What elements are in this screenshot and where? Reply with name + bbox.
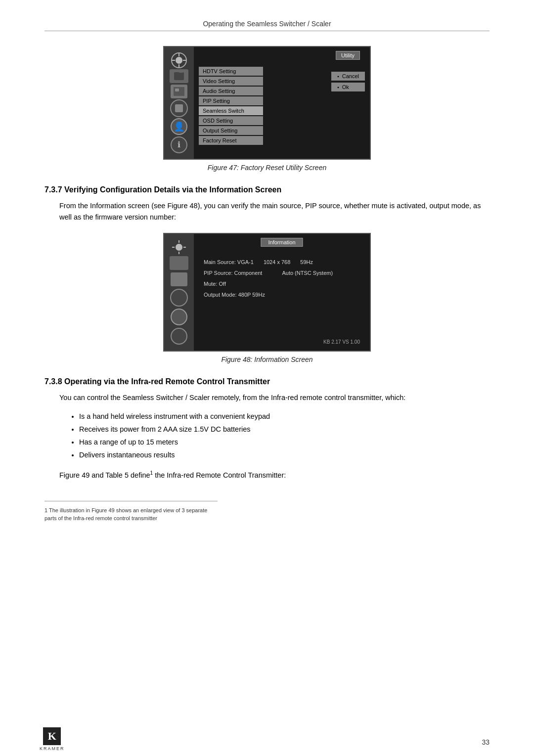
menu-item-hdtv[interactable]: HDTV Setting (199, 67, 263, 76)
bullet-item-3: Has a range of up to 15 meters (79, 436, 490, 448)
header-text: Operating the Seamless Switcher / Scaler (203, 20, 331, 28)
figure-ref-label: Figure 49 and Table 5 define (59, 471, 150, 479)
footnote-number: 1 (44, 507, 47, 513)
footnote-body: The illustration in Figure 49 shows an e… (44, 507, 207, 522)
section-738-body: You can control the Seamless Switcher / … (44, 392, 490, 403)
info-row-3: Mute: Off (204, 278, 360, 289)
section-737-title: Verifying Configuration Details via the … (64, 185, 281, 194)
menu-item-audio[interactable]: Audio Setting (199, 87, 263, 95)
footnote-area: 1 The illustration in Figure 49 shows an… (44, 501, 218, 523)
info-sidebar-icon-2 (170, 256, 188, 270)
menu-item-video[interactable]: Video Setting (199, 77, 263, 86)
sidebar-icon-person: 👤 (171, 118, 187, 135)
section-738-heading: 7.3.8 Operating via the Infra-red Remote… (44, 377, 490, 386)
info-content: Main Source: VGA-1 1024 x 768 59Hz PIP S… (199, 257, 365, 300)
section-737-number: 7.3.7 (44, 185, 62, 194)
section-738-number: 7.3.8 (44, 377, 62, 386)
sidebar-icon-sun (171, 52, 187, 68)
figure-47-caption: Figure 47: Factory Reset Utility Screen (208, 164, 326, 172)
section-738-title: Operating via the Infra-red Remote Contr… (64, 377, 270, 386)
bullet-item-2: Receives its power from 2 AAA size 1.5V … (79, 423, 490, 436)
info-output-mode: Output Mode: 480P 59Hz (204, 289, 265, 300)
figure-ref-text: Figure 49 and Table 5 define1 the Infra-… (44, 469, 490, 481)
info-main-source: Main Source: VGA-1 (204, 257, 254, 267)
menu-item-output[interactable]: Output Setting (199, 126, 263, 135)
sidebar-icon-settings (170, 99, 188, 117)
kramer-logo-box: K (43, 727, 61, 745)
info-resolution: 1024 x 768 (264, 257, 290, 267)
section-737-body: From the Information screen (see Figure … (44, 200, 490, 223)
info-pip-value: Auto (NTSC System) (282, 267, 333, 278)
info-row-2: PIP Source: Component Auto (NTSC System) (204, 267, 360, 278)
info-version: KB 2.17 VS 1.00 (323, 339, 360, 345)
menu-item-pip[interactable]: PIP Setting (199, 96, 263, 105)
kramer-brand-text: KRAMER (40, 746, 65, 751)
info-screen-main: Information Main Source: VGA-1 1024 x 76… (194, 234, 370, 351)
kramer-k-symbol: K (48, 730, 56, 743)
sidebar-icon-camera (170, 69, 188, 83)
info-hz-1: 59Hz (300, 257, 313, 267)
figure-48-container: Information Main Source: VGA-1 1024 x 76… (44, 233, 490, 363)
screen-sidebar: 👤 ℹ (164, 47, 194, 159)
submenu-cancel[interactable]: Cancel (331, 72, 365, 81)
info-pip-source: PIP Source: Component (204, 267, 262, 278)
bullet-item-1: Is a hand held wireless instrument with … (79, 410, 490, 423)
footnote-text: 1 The illustration in Figure 49 shows an… (44, 506, 218, 523)
section-737-heading: 7.3.7 Verifying Configuration Details vi… (44, 185, 490, 194)
page-number: 33 (482, 738, 490, 746)
info-sidebar-icon-3 (171, 272, 187, 286)
submenu-ok[interactable]: Ok (331, 83, 365, 91)
screen-main: Utility HDTV Setting Video Setting Audio… (194, 47, 370, 159)
bullet-list: Is a hand held wireless instrument with … (44, 410, 490, 461)
info-sidebar-icon-5 (171, 309, 187, 325)
menu-item-osd[interactable]: OSD Setting (199, 116, 263, 125)
page-header: Operating the Seamless Switcher / Scaler (44, 20, 490, 31)
submenu: Cancel Ok (331, 72, 365, 91)
sidebar-icon-info: ℹ (171, 136, 187, 153)
sidebar-icon-card (171, 85, 187, 98)
info-sidebar (164, 234, 194, 351)
info-sidebar-icon-1 (172, 240, 186, 254)
bullet-item-4: Delivers instantaneous results (79, 448, 490, 461)
utility-bar: Utility (336, 51, 360, 60)
menu-item-factory[interactable]: Factory Reset (199, 136, 263, 145)
info-sidebar-icon-6 (171, 328, 187, 345)
info-sidebar-icon-4 (170, 289, 188, 307)
figure-47-screen: 👤 ℹ Utility HDTV Setting Video Setting A… (163, 46, 371, 160)
info-mute: Mute: Off (204, 278, 226, 289)
kramer-logo: K KRAMER (40, 727, 65, 751)
info-bar: Information (261, 238, 303, 247)
info-row-1: Main Source: VGA-1 1024 x 768 59Hz (204, 257, 360, 267)
menu-item-seamless[interactable]: Seamless Switch (199, 106, 263, 115)
figure-47-container: 👤 ℹ Utility HDTV Setting Video Setting A… (44, 46, 490, 172)
figure-ref-suffix: the Infra-red Remote Control Transmitter… (153, 471, 286, 479)
info-row-4: Output Mode: 480P 59Hz (204, 289, 360, 300)
figure-48-caption: Figure 48: Information Screen (221, 356, 312, 363)
figure-48-screen: Information Main Source: VGA-1 1024 x 76… (163, 233, 371, 352)
